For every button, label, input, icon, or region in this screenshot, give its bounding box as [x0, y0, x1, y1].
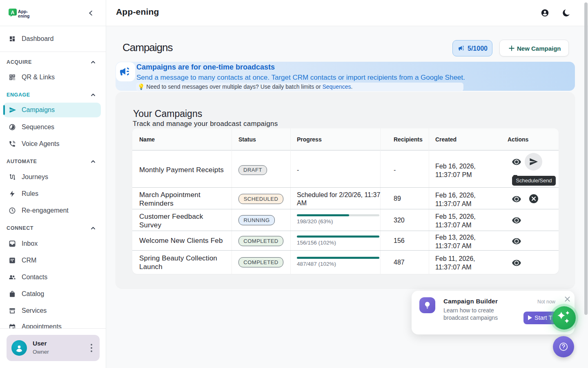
svg-text:A: A: [11, 10, 15, 16]
